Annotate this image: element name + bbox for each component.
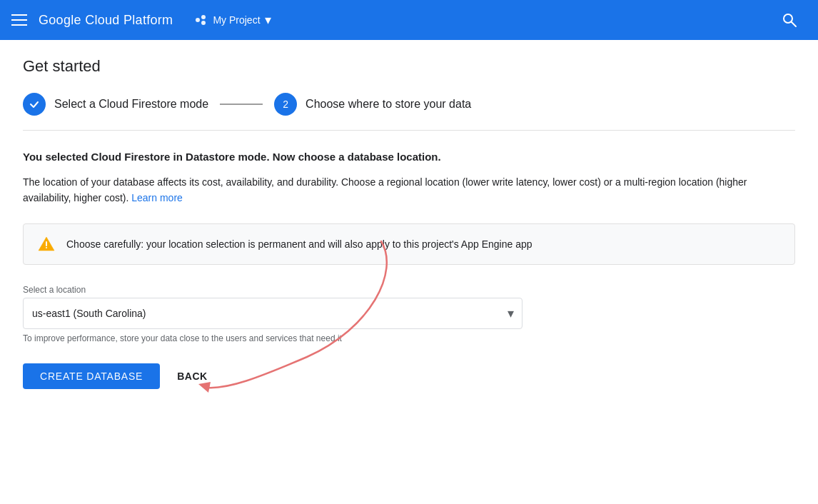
svg-point-5 — [46, 247, 47, 248]
svg-point-1 — [201, 15, 206, 19]
warning-box: Choose carefully: your location selectio… — [23, 223, 795, 265]
step-1: Select a Cloud Firestore mode — [23, 93, 208, 116]
search-button[interactable] — [772, 3, 807, 37]
content-area: You selected Cloud Firestore in Datastor… — [23, 131, 795, 389]
stepper: Select a Cloud Firestore mode 2 Choose w… — [23, 93, 795, 131]
warning-icon — [38, 236, 55, 253]
location-select-group: Select a location us-east1 (South Caroli… — [23, 285, 795, 343]
warning-text: Choose carefully: your location selectio… — [66, 238, 532, 250]
page-title: Get started — [23, 57, 795, 76]
location-select[interactable]: us-east1 (South Carolina) us-central1 (I… — [23, 298, 522, 329]
step-connector — [220, 104, 263, 105]
content-subtitle: You selected Cloud Firestore in Datastor… — [23, 151, 795, 163]
learn-more-link[interactable]: Learn more — [131, 192, 183, 203]
project-icon — [193, 12, 208, 28]
back-button[interactable]: BACK — [177, 371, 207, 382]
project-selector[interactable]: My Project ▾ — [193, 12, 271, 28]
project-chevron-icon: ▾ — [265, 12, 271, 28]
main-content: Get started Select a Cloud Firestore mod… — [0, 40, 818, 406]
svg-point-2 — [201, 21, 206, 25]
project-name: My Project — [213, 14, 260, 26]
step-2-label: Choose where to store your data — [306, 98, 471, 111]
svg-line-4 — [792, 22, 797, 27]
app-title: Google Cloud Platform — [39, 13, 173, 28]
step-2: 2 Choose where to store your data — [274, 93, 471, 116]
button-row: CREATE DATABASE BACK — [23, 363, 795, 389]
location-hint: To improve performance, store your data … — [23, 333, 795, 343]
top-navigation: Google Cloud Platform My Project ▾ — [0, 0, 818, 40]
step-1-circle — [23, 93, 46, 116]
svg-point-0 — [196, 18, 200, 22]
create-database-button[interactable]: CREATE DATABASE — [23, 363, 160, 389]
hamburger-menu-icon[interactable] — [11, 14, 27, 26]
step-1-label: Select a Cloud Firestore mode — [54, 98, 208, 111]
location-select-label: Select a location — [23, 285, 795, 295]
location-select-wrapper: us-east1 (South Carolina) us-central1 (I… — [23, 298, 522, 329]
content-description: The location of your database affects it… — [23, 174, 795, 206]
step-2-circle: 2 — [274, 93, 297, 116]
